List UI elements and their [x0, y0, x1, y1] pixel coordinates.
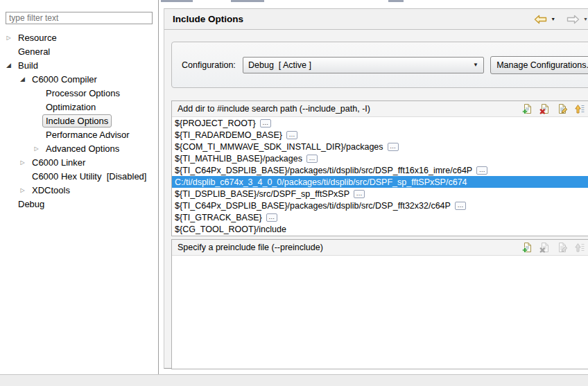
tree-item-c6000-compiler[interactable]: ◢C6000 Compiler	[0, 72, 158, 86]
page-title: Include Options	[173, 14, 243, 24]
history-nav: ▼ ▼	[534, 15, 588, 24]
dialog-bottom-bar	[0, 374, 588, 386]
options-tree: ▷ResourceGeneral◢Build◢C6000 CompilerPro…	[0, 30, 158, 211]
include-path-text: ${TI_MATHLIB_BASE}/packages	[175, 154, 302, 164]
move-up-icon[interactable]	[574, 103, 585, 114]
tree-item-label: Include Options	[42, 114, 112, 128]
include-path-text: ${TI_C64Px_DSPLIB_BASE}/packages/ti/dspl…	[175, 166, 472, 175]
include-path-row[interactable]: ${TI_DSPLIB_BASE}/src/DSPF_sp_fftSPxSP…	[172, 188, 588, 200]
include-path-text: ${TI_DSPLIB_BASE}/src/DSPF_sp_fftSPxSP	[175, 189, 349, 199]
browse-ellipsis-button[interactable]: …	[306, 155, 318, 163]
collapsed-expander-icon[interactable]: ▷	[3, 35, 15, 41]
include-path-text: C:/ti/dsplib_c674x_3_4_0_0/packages/ti/d…	[175, 177, 467, 187]
tree-item-label: Resource	[15, 31, 60, 44]
tree-item-optimization[interactable]: Optimization	[0, 100, 158, 114]
configuration-value: Debug [ Active ]	[248, 60, 311, 70]
include-path-row[interactable]: ${TI_GTRACK_BASE}…	[172, 211, 588, 223]
collapsed-expander-icon[interactable]: ▷	[31, 146, 42, 152]
tree-item-include-options[interactable]: Include Options	[0, 114, 158, 128]
options-content: Configuration: Debug [ Active ] ▼ Manage…	[164, 30, 588, 369]
tree-item-label: C6000 Linker	[28, 156, 89, 169]
tree-item-debug[interactable]: Debug	[0, 197, 158, 211]
include-path-row[interactable]: ${TI_RADARDEMO_BASE}…	[172, 129, 588, 141]
browse-ellipsis-button[interactable]: …	[455, 202, 466, 210]
tree-item-build[interactable]: ◢Build	[0, 58, 158, 72]
include-path-text: ${TI_RADARDEMO_BASE}	[175, 130, 282, 140]
delete-icon[interactable]	[539, 103, 551, 114]
include-path-text: ${TI_C64Px_DSPLIB_BASE}/packages/ti/dspl…	[175, 201, 451, 211]
include-path-title: Add dir to #include search path (--inclu…	[178, 104, 370, 114]
include-path-row[interactable]: ${CG_TOOL_ROOT}/include	[172, 223, 588, 235]
configuration-select[interactable]: Debug [ Active ] ▼	[243, 57, 484, 73]
include-path-row[interactable]: ${TI_C64Px_DSPLIB_BASE}/packages/ti/dspl…	[172, 200, 588, 211]
tree-item-c6000-hex-utility-disabled[interactable]: C6000 Hex Utility [Disabled]	[0, 169, 158, 183]
tree-item-performance-advisor[interactable]: Performance Advisor	[0, 128, 158, 141]
tree-item-label: Debug	[15, 198, 48, 211]
include-path-section: Add dir to #include search path (--inclu…	[171, 100, 588, 236]
filter-input[interactable]	[6, 12, 153, 24]
tree-item-label: Optimization	[42, 100, 99, 114]
back-icon[interactable]	[534, 15, 547, 24]
browse-ellipsis-button[interactable]: …	[476, 166, 487, 175]
move-up-icon	[574, 242, 585, 253]
tree-item-label: Performance Advisor	[42, 128, 133, 141]
tree-item-c6000-linker[interactable]: ▷C6000 Linker	[0, 155, 158, 169]
expanded-expander-icon[interactable]: ◢	[17, 76, 28, 82]
tree-item-label: C6000 Compiler	[28, 73, 101, 86]
tree-item-xdctools[interactable]: ▷XDCtools	[0, 183, 158, 197]
chevron-down-icon: ▼	[473, 62, 478, 68]
include-path-row[interactable]: ${TI_MATHLIB_BASE}/packages…	[172, 152, 588, 164]
include-path-header: Add dir to #include search path (--inclu…	[172, 101, 588, 117]
tree-item-label: General	[15, 45, 53, 58]
tree-item-label: Build	[15, 59, 42, 72]
collapsed-expander-icon[interactable]: ▷	[17, 187, 28, 193]
browse-ellipsis-button[interactable]: …	[286, 131, 297, 139]
properties-dialog: ▷ResourceGeneral◢Build◢C6000 CompilerPro…	[0, 0, 588, 386]
collapsed-expander-icon[interactable]: ▷	[17, 159, 28, 166]
forward-dropdown-icon[interactable]: ▼	[583, 17, 588, 21]
tree-item-label: XDCtools	[28, 184, 74, 197]
options-panel: Include Options ▼ ▼ Configuration: Debug…	[164, 0, 588, 374]
browse-ellipsis-button[interactable]: …	[260, 119, 271, 128]
preinclude-title: Specify a preinclude file (--preinclude)	[178, 243, 323, 252]
tree-item-label: C6000 Hex Utility [Disabled]	[28, 170, 150, 183]
include-path-toolbar	[522, 103, 588, 115]
include-path-row[interactable]: ${TI_C64Px_DSPLIB_BASE}/packages/ti/dspl…	[172, 164, 588, 176]
include-path-text: ${CG_TOOL_ROOT}/include	[175, 225, 286, 234]
preinclude-header: Specify a preinclude file (--preinclude)	[172, 240, 588, 256]
tree-item-advanced-options[interactable]: ▷Advanced Options	[0, 141, 158, 155]
options-sidebar: ▷ResourceGeneral◢Build◢C6000 CompilerPro…	[0, 0, 159, 374]
include-path-row[interactable]: C:/ti/dsplib_c674x_3_4_0_0/packages/ti/d…	[172, 176, 588, 188]
browse-ellipsis-button[interactable]: …	[388, 143, 399, 151]
expanded-expander-icon[interactable]: ◢	[3, 62, 15, 69]
manage-configurations-button[interactable]: Manage Configurations...	[490, 56, 588, 74]
page-header: Include Options ▼ ▼	[164, 8, 588, 30]
browse-ellipsis-button[interactable]: …	[354, 190, 365, 198]
tree-item-general[interactable]: General	[0, 44, 158, 58]
tree-item-label: Advanced Options	[42, 142, 123, 155]
preinclude-section: Specify a preinclude file (--preinclude)	[171, 239, 588, 369]
back-dropdown-icon[interactable]: ▼	[551, 17, 555, 21]
include-path-text: ${TI_GTRACK_BASE}	[175, 213, 262, 222]
tree-item-resource[interactable]: ▷Resource	[0, 30, 158, 44]
include-path-row[interactable]: ${COM_TI_MMWAVE_SDK_INSTALL_DIR}/package…	[172, 141, 588, 152]
preinclude-toolbar	[522, 241, 588, 254]
configuration-group: Configuration: Debug [ Active ] ▼ Manage…	[171, 42, 588, 88]
include-path-list: ${PROJECT_ROOT}…${TI_RADARDEMO_BASE}…${C…	[172, 117, 588, 235]
configuration-label: Configuration:	[182, 60, 243, 70]
include-path-row[interactable]: ${PROJECT_ROOT}…	[172, 117, 588, 129]
forward-icon	[567, 15, 580, 24]
browse-ellipsis-button[interactable]: …	[266, 213, 277, 222]
delete-icon	[539, 242, 551, 253]
edit-icon[interactable]	[557, 103, 568, 114]
tree-item-processor-options[interactable]: Processor Options	[0, 86, 158, 100]
tree-item-label: Processor Options	[42, 87, 123, 100]
include-path-text: ${COM_TI_MMWAVE_SDK_INSTALL_DIR}/package…	[175, 142, 383, 152]
add-icon[interactable]	[522, 103, 533, 114]
include-path-text: ${PROJECT_ROOT}	[175, 119, 256, 128]
add-icon[interactable]	[522, 242, 533, 253]
edit-icon	[557, 242, 568, 253]
